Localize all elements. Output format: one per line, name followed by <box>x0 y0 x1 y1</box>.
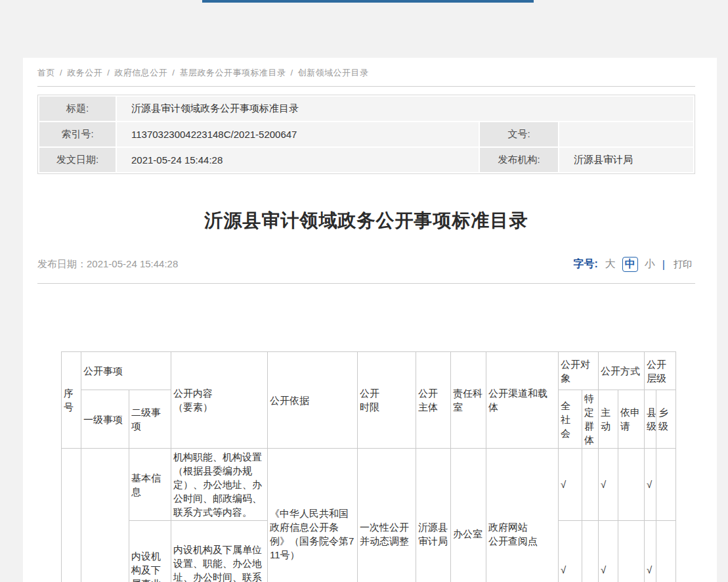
font-size-large-button[interactable]: 大 <box>605 257 616 271</box>
page-title: 沂源县审计领域政务公开事项标准目录 <box>37 208 695 233</box>
meta-date-label: 发文日期: <box>39 148 116 172</box>
cell-county-check: √ <box>645 449 656 521</box>
catalog-table: 序号 公开事项 公开内容 （要素） 公开依据 公开 时限 公开 主体 责任科室 … <box>61 351 676 582</box>
cell-subject: 沂源县审计局 <box>416 449 451 582</box>
publish-date-label: 发布日期： <box>37 258 87 269</box>
breadcrumb: 首页/政务公开/政府信息公开/基层政务公开事项标准目录/创新领域公开目录 <box>37 67 695 79</box>
breadcrumb-separator: / <box>290 68 293 78</box>
content-divider <box>37 283 695 284</box>
cell-on-request-check <box>618 449 645 521</box>
cell-specific-group-check <box>582 521 599 582</box>
cell-content: 内设机构及下属单位设置、职能、办公地址、办公时间、联系方式、负责人姓名等 <box>171 521 268 582</box>
th-item: 公开事项 <box>81 352 171 390</box>
th-proactive: 主动 <box>599 390 618 449</box>
cell-township-check <box>656 449 676 521</box>
publish-date: 发布日期：2021-05-24 15:44:28 <box>37 258 178 271</box>
cell-proactive-check: √ <box>599 449 618 521</box>
th-township: 乡级 <box>656 390 676 449</box>
cell-public-all-check: √ <box>559 449 582 521</box>
publish-date-value: 2021-05-24 15:44:28 <box>87 258 178 269</box>
meta-title-value: 沂源县审计领域政务公开事项标准目录 <box>117 97 693 121</box>
th-on-request: 依申请 <box>618 390 645 449</box>
meta-org-label: 发布机构: <box>480 148 558 172</box>
breadcrumb-jiceng[interactable]: 基层政务公开事项标准目录 <box>179 68 286 78</box>
meta-org-value: 沂源县审计局 <box>559 148 693 172</box>
cell-dept: 办公室 <box>451 449 486 582</box>
cell-proactive-check: √ <box>599 521 618 582</box>
breadcrumb-zhengwu[interactable]: 政务公开 <box>67 68 102 78</box>
th-specific-group: 特定群体 <box>582 390 599 449</box>
th-dept: 责任科室 <box>451 352 486 449</box>
th-time-limit: 公开 时限 <box>358 352 416 449</box>
font-size-small-button[interactable]: 小 <box>645 257 655 271</box>
meta-date-value: 2021-05-24 15:44:28 <box>117 148 479 172</box>
cell-public-all-check: √ <box>559 521 582 582</box>
th-content: 公开内容 （要素） <box>171 352 268 449</box>
th-method: 公开方式 <box>599 352 645 390</box>
th-subject: 公开 主体 <box>416 352 451 449</box>
cell-level1 <box>81 449 129 582</box>
cell-time-limit: 一次性公开并动态调整 <box>358 449 416 582</box>
meta-title-label: 标题: <box>39 97 116 121</box>
breadcrumb-divider <box>37 86 695 87</box>
cell-specific-group-check <box>582 449 599 521</box>
cell-channel: 政府网站 公开查阅点 <box>486 449 559 582</box>
meta-docnum-value <box>559 122 693 146</box>
breadcrumb-home[interactable]: 首页 <box>37 68 55 78</box>
meta-docnum-label: 文号: <box>480 122 558 146</box>
th-county: 县级 <box>645 390 656 449</box>
meta-index-label: 索引号: <box>39 122 116 146</box>
cell-level2: 基本信息 <box>129 449 171 521</box>
cell-township-check <box>656 521 676 582</box>
th-serial: 序号 <box>62 352 81 449</box>
content-card: 首页/政务公开/政府信息公开/基层政务公开事项标准目录/创新领域公开目录 标题:… <box>23 58 717 582</box>
cell-county-check: √ <box>645 521 656 582</box>
top-nav-bar-fragment <box>202 0 534 3</box>
font-size-label: 字号: <box>574 257 598 271</box>
cell-content: 机构职能、机构设置（根据县委编办规定）、办公地址、办公时间、邮政编码、联系方式等… <box>171 449 268 521</box>
document-meta-table: 标题: 沂源县审计领域政务公开事项标准目录 索引号: 1137032300422… <box>38 95 695 173</box>
cell-on-request-check <box>618 521 645 582</box>
cell-basis: 《中华人民共和国政府信息公开条例》（国务院令第711号） <box>268 449 358 582</box>
th-channel: 公开渠道和载体 <box>486 352 559 449</box>
th-basis: 公开依据 <box>268 352 358 449</box>
th-level: 公开层级 <box>645 352 676 390</box>
th-level1: 一级事项 <box>81 390 129 449</box>
breadcrumb-separator: / <box>60 68 62 78</box>
print-button[interactable]: 打印 <box>674 259 692 271</box>
th-audience: 公开对象 <box>559 352 599 390</box>
cell-level2: 内设机构及下属事业 <box>129 521 171 582</box>
breadcrumb-xinxi[interactable]: 政府信息公开 <box>114 68 167 78</box>
document-meta: 标题: 沂源县审计领域政务公开事项标准目录 索引号: 1137032300422… <box>37 95 695 174</box>
th-level2: 二级事项 <box>129 390 171 449</box>
publish-info-row: 发布日期：2021-05-24 15:44:28 字号: 大 中 小 | 打印 <box>37 257 695 272</box>
font-size-medium-button[interactable]: 中 <box>622 257 638 272</box>
breadcrumb-chuangxin[interactable]: 创新领域公开目录 <box>298 68 369 78</box>
th-public-all: 全社会 <box>559 390 582 449</box>
breadcrumb-separator: / <box>107 68 110 78</box>
font-size-controls: 字号: 大 中 小 | 打印 <box>574 257 695 272</box>
breadcrumb-separator: / <box>172 68 175 78</box>
cell-serial <box>62 449 81 582</box>
meta-index-value: 11370323004223148C/2021-5200647 <box>117 122 479 146</box>
vertical-divider: | <box>662 259 665 271</box>
